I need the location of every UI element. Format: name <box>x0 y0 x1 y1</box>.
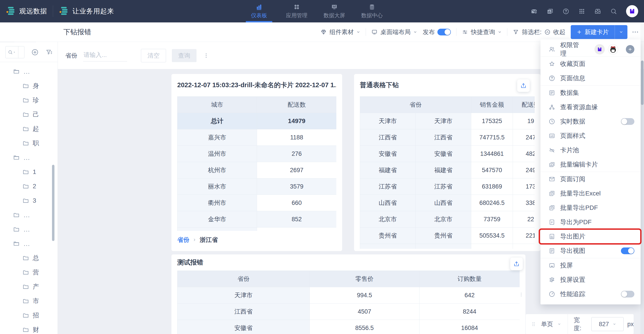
tree-item[interactable]: 起 <box>0 122 58 136</box>
clear-button[interactable]: 清空 <box>141 49 166 62</box>
breadcrumb-parent[interactable]: 省份 <box>177 236 189 244</box>
table-cell[interactable]: 1188 <box>257 129 336 146</box>
table-cell[interactable]: 482 <box>513 146 535 162</box>
user-avatar[interactable] <box>626 5 638 17</box>
tree-item[interactable]: 总 <box>0 251 58 265</box>
menu-item-实时数据[interactable]: 实时数据 <box>540 114 641 129</box>
导出视图-toggle[interactable] <box>621 248 634 254</box>
menu-item-卡片池[interactable]: 卡片池 <box>540 143 641 157</box>
table-cell[interactable]: 总计 <box>178 113 257 129</box>
table-cell[interactable]: 73759 <box>471 211 513 228</box>
table-cell[interactable]: 852 <box>257 211 336 228</box>
table-cell[interactable]: 丽水市 <box>178 178 257 195</box>
table-cell[interactable]: 516 <box>257 228 336 231</box>
new-card-dropdown[interactable] <box>615 25 628 39</box>
filter-bar-collapse[interactable]: 筛选栏: 收起 <box>513 28 565 36</box>
menu-item-批量导出PDF[interactable]: P批量导出PDF <box>540 200 641 215</box>
table-cell[interactable]: 221 <box>513 228 535 244</box>
column-header[interactable]: 城市 <box>178 96 257 113</box>
table-cell[interactable]: 北京市 <box>416 211 471 228</box>
menu-item-页面订阅[interactable]: 页面订阅 <box>540 172 641 186</box>
new-card-button[interactable]: 新建卡片 <box>571 25 628 39</box>
export-card-button[interactable] <box>510 258 523 270</box>
nav-item-仪表板[interactable]: 仪表板 <box>245 0 273 22</box>
table-cell[interactable]: 温州市 <box>178 146 257 162</box>
add-folder-button[interactable] <box>31 48 39 56</box>
性能追踪-toggle[interactable] <box>621 291 634 298</box>
table-cell[interactable]: 2697 <box>257 162 336 178</box>
nav-item-应用管理[interactable]: 应用管理 <box>283 0 310 22</box>
menu-item-页面样式[interactable]: 页面样式 <box>540 129 641 143</box>
table-cell[interactable]: 547570 <box>471 162 513 178</box>
table-cell[interactable]: 江西省 <box>416 129 471 146</box>
menu-item-批量编辑卡片[interactable]: 批量编辑卡片 <box>540 157 641 172</box>
table-cell[interactable]: 14979 <box>257 113 336 129</box>
column-header[interactable]: 零售价 <box>310 271 420 287</box>
new-card-main[interactable]: 新建卡片 <box>571 25 615 39</box>
table-cell[interactable]: 金华市 <box>178 211 257 228</box>
table-cell[interactable]: 福建省 <box>360 162 416 178</box>
menu-item-收藏页面[interactable]: 收藏页面 <box>540 57 641 71</box>
menu-item-性能追踪[interactable]: 性能追踪 <box>540 287 641 301</box>
search-icon-button[interactable] <box>610 8 617 15</box>
page-mode-selector[interactable]: 单页 <box>526 314 568 334</box>
column-header[interactable]: 省份 <box>178 271 310 287</box>
table-cell[interactable]: 浙江省 <box>416 244 471 249</box>
menu-item-导出为PDF[interactable]: P导出为PDF <box>540 215 641 229</box>
table-cell[interactable]: 衢州市 <box>178 195 257 211</box>
tree-item[interactable]: … <box>0 222 58 236</box>
width-select[interactable]: 827 <box>591 317 624 331</box>
table-cell[interactable]: 天津市 <box>178 287 310 304</box>
table-cell[interactable]: 安徽省 <box>360 146 416 162</box>
desktop-layout-button[interactable]: 桌面端布局 <box>371 28 417 36</box>
tree-item[interactable]: 1 <box>0 165 58 179</box>
table-cell[interactable]: 660 <box>257 195 336 211</box>
column-header[interactable]: 订购数量 <box>420 271 520 287</box>
table-cell[interactable]: 安徽省 <box>416 146 471 162</box>
tree-item[interactable]: 营 <box>0 265 58 280</box>
menu-item-权限管理[interactable]: 权限管理 <box>540 42 641 56</box>
menu-item-导出图片[interactable]: 导出图片 <box>540 229 641 244</box>
publish-toggle[interactable] <box>438 29 451 36</box>
table-cell[interactable]: 249 <box>513 162 535 178</box>
table-cell[interactable]: 贵州省 <box>416 228 471 244</box>
tree-item[interactable]: … <box>0 236 58 251</box>
menu-item-导出视图[interactable]: 导出视图 <box>540 244 641 258</box>
table-cell[interactable]: 8244 <box>420 304 520 320</box>
window-scrollbar-thumb[interactable] <box>641 60 644 105</box>
table-cell[interactable]: 173 <box>513 178 535 195</box>
table-cell[interactable]: 505534.5 <box>471 228 513 244</box>
tree-item[interactable]: 己 <box>0 107 58 122</box>
tree-item[interactable]: 3 <box>0 194 58 208</box>
column-header[interactable]: 配送数 <box>257 96 336 113</box>
table-cell[interactable]: 浙江省 <box>360 244 416 249</box>
table-cell[interactable]: 3579 <box>257 178 336 195</box>
export-card-button[interactable] <box>517 79 530 92</box>
column-header[interactable]: 销售金额 <box>471 96 513 113</box>
table-cell[interactable]: 19 <box>513 113 535 129</box>
table-cell[interactable]: 175325 <box>471 113 513 129</box>
menu-item-投屏设置[interactable]: 投屏设置 <box>540 272 641 287</box>
table-cell[interactable]: 4507 <box>310 304 420 320</box>
tree-item[interactable]: 产 <box>0 280 58 294</box>
table-cell[interactable]: 1344861 <box>471 146 513 162</box>
table-cell[interactable]: 8556.5 <box>310 320 420 334</box>
table-cell[interactable]: 江西省 <box>360 129 416 146</box>
table-cell[interactable]: 安徽省 <box>178 320 310 334</box>
member-avatar[interactable] <box>594 44 605 54</box>
table-cell[interactable]: 416491 <box>471 244 513 249</box>
table-cell[interactable]: 嘉兴市 <box>178 129 257 146</box>
tree-item[interactable]: 市 <box>0 294 58 308</box>
table-cell[interactable]: 631869 <box>471 178 513 195</box>
tree-item[interactable]: 2 <box>0 179 58 194</box>
table-cell[interactable]: 江苏省 <box>416 178 471 195</box>
table-cell[interactable]: 福建省 <box>416 162 471 178</box>
table-cell[interactable]: 680246.5 <box>471 195 513 211</box>
tree-item[interactable]: … <box>0 64 58 79</box>
help-icon-button[interactable] <box>562 8 570 15</box>
table-cell[interactable]: 149 <box>513 244 535 249</box>
tree-item[interactable]: 财 <box>0 322 58 334</box>
tree-filter-button[interactable] <box>46 49 53 56</box>
search-input[interactable] <box>18 46 24 58</box>
menu-item-查看资源血缘[interactable]: 查看资源血缘 <box>540 100 641 114</box>
